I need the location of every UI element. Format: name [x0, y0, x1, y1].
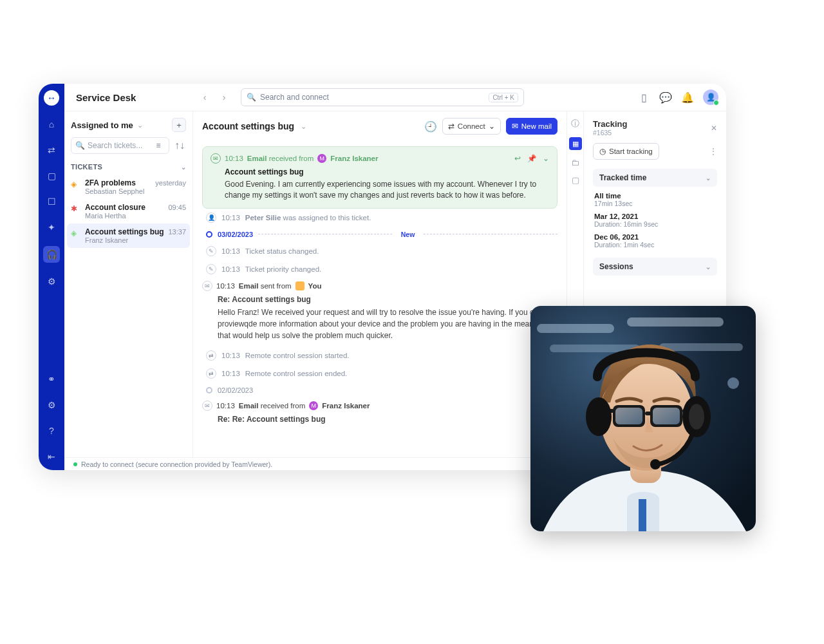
- ticket-item[interactable]: ✱ Account closure09:45 Maria Hertha: [64, 199, 192, 223]
- priority-icon: ✱: [71, 204, 80, 213]
- timeline-event: ✎ 10:13 Ticket priority changed.: [202, 260, 557, 278]
- metric-value: Duration: 16min 9sec: [594, 220, 716, 228]
- rail-workflow-icon[interactable]: ✦: [44, 220, 59, 234]
- user-icon: 👤: [206, 213, 216, 223]
- nav-forward-icon[interactable]: ›: [216, 90, 232, 105]
- note-icon[interactable]: ▢: [572, 175, 579, 185]
- global-search[interactable]: 🔍 Search and connect Ctrl + K: [241, 88, 524, 106]
- topbar: Service Desk ‹ › 🔍 Search and connect Ct…: [64, 84, 726, 111]
- label-rest: sent from: [261, 282, 292, 290]
- tickets-section-toggle[interactable]: TICKETS ⌄: [64, 159, 192, 175]
- msg-body: Hello Franz! We received your request an…: [218, 307, 557, 341]
- rail-collapse-icon[interactable]: ⇤: [44, 450, 59, 464]
- mail-icon: ✉: [211, 153, 221, 164]
- sort-icon[interactable]: ↑↓: [173, 139, 186, 152]
- rail-devices-icon[interactable]: ▢: [44, 169, 59, 183]
- chevron-down-icon: ⌄: [706, 263, 711, 270]
- folder-icon[interactable]: 🗀: [571, 158, 579, 167]
- session-icon: ⇄: [206, 368, 216, 379]
- rail-home-icon[interactable]: ⌂: [44, 117, 59, 131]
- rail-help-icon[interactable]: ?: [44, 424, 59, 438]
- nav-back-icon[interactable]: ‹: [197, 90, 212, 105]
- ticket-sidebar: Assigned to me ⌄ + 🔍 Search tickets... ≡…: [64, 111, 193, 470]
- mail-icon: ✉: [512, 122, 518, 131]
- label-email: Email: [247, 155, 267, 162]
- rail-gear-icon[interactable]: ⚙: [44, 398, 59, 412]
- ev-time: 10:13: [221, 247, 240, 255]
- stats-icon[interactable]: ▦: [569, 137, 582, 150]
- ticket-requester: Maria Hertha: [85, 212, 186, 220]
- chevron-down-icon[interactable]: ⌄: [543, 154, 549, 163]
- msg-body: Good Evening. I am currently experiencin…: [225, 179, 549, 202]
- sep-dot-icon: [206, 387, 212, 393]
- label-rest: received from: [261, 402, 306, 410]
- tracked-time-toggle[interactable]: Tracked time ⌄: [593, 169, 717, 187]
- info-icon[interactable]: ⓘ: [571, 118, 579, 129]
- ticket-search[interactable]: 🔍 Search tickets... ≡: [71, 137, 169, 154]
- close-icon[interactable]: ✕: [711, 124, 717, 133]
- rail-settings-icon[interactable]: ⚙: [44, 274, 59, 289]
- ticket-time: 13:37: [168, 228, 186, 236]
- filter-label: Assigned to me: [71, 120, 133, 130]
- timeline-date-separator: 02/02/2023: [202, 383, 557, 398]
- ticket-item-active[interactable]: ◈ Account settings bug13:37 Franz Iskane…: [67, 223, 190, 248]
- sidebar-filter[interactable]: Assigned to me ⌄ +: [64, 111, 192, 137]
- tracking-id: #1635: [593, 129, 627, 137]
- chat-icon[interactable]: 💬: [659, 91, 672, 104]
- avatar-chip: [295, 281, 304, 290]
- chevron-down-icon[interactable]: ⌄: [301, 122, 306, 131]
- pin-icon[interactable]: 📌: [527, 154, 536, 163]
- ticket-item[interactable]: ◈ 2FA problemsyesterday Sebastian Sepphe…: [64, 175, 192, 199]
- msg-from: Franz Iskaner: [322, 402, 370, 410]
- avatar-chip: M: [309, 401, 318, 410]
- new-mail-button[interactable]: ✉New mail: [506, 118, 557, 135]
- kebab-icon[interactable]: ⋮: [709, 147, 717, 156]
- ticket-title: Account settings bug: [85, 227, 164, 236]
- search-shortcut: Ctrl + K: [489, 93, 518, 102]
- outgoing-email[interactable]: ✉ 10:13 Email sent from You Re: Account …: [202, 278, 557, 346]
- msg-time: 10:13: [216, 282, 235, 290]
- rail-transfer-icon[interactable]: ⇄: [44, 143, 59, 157]
- svg-point-19: [689, 404, 704, 430]
- incoming-email[interactable]: ✉ 10:13 Email received from M Franz Iska…: [202, 146, 557, 209]
- rail-inbox-icon[interactable]: ☐: [44, 194, 59, 209]
- label-email: Email: [239, 402, 259, 410]
- search-icon: 🔍: [75, 141, 85, 150]
- status-dot-icon: [73, 462, 77, 466]
- sep-new-badge: New: [397, 231, 419, 238]
- reply-icon[interactable]: ↩: [514, 154, 521, 163]
- incoming-email[interactable]: ✉ 10:13 Email received from M Franz Iska…: [202, 398, 557, 431]
- clock-icon[interactable]: 🕘: [424, 120, 437, 133]
- start-tracking-button[interactable]: ◷ Start tracking: [593, 143, 659, 160]
- mail-icon: ✉: [202, 281, 212, 291]
- timeline-event: ✎ 10:13 Ticket status changed.: [202, 242, 557, 260]
- svg-point-17: [586, 397, 612, 436]
- nav-rail: ↔ ⌂ ⇄ ▢ ☐ ✦ 🎧 ⚙ ⚭ ⚙ ? ⇤: [39, 84, 64, 470]
- sessions-toggle[interactable]: Sessions ⌄: [593, 258, 717, 276]
- rail-servicedesk-icon[interactable]: 🎧: [43, 246, 60, 263]
- label-rest: received from: [269, 155, 314, 162]
- ev-text: Remote control session ended.: [245, 370, 348, 377]
- topbar-right: ▯ 💬 🔔 👤: [637, 90, 718, 105]
- connect-label: Connect: [458, 122, 485, 130]
- filter-icon[interactable]: ≡: [152, 139, 165, 152]
- rail-users-icon[interactable]: ⚭: [44, 372, 59, 386]
- metric-value: Duration: 1min 4sec: [594, 241, 716, 249]
- ticket-search-placeholder: Search tickets...: [88, 141, 142, 150]
- svg-rect-16: [653, 408, 680, 424]
- connect-button[interactable]: ⇄Connect⌄: [442, 118, 501, 135]
- start-tracking-label: Start tracking: [609, 147, 653, 155]
- metric-label: Dec 06, 2021: [594, 233, 716, 241]
- bell-icon[interactable]: 🔔: [681, 91, 694, 104]
- ev-time: 10:13: [221, 352, 240, 359]
- msg-from: Franz Iskaner: [330, 155, 378, 162]
- ticket-time: yesterday: [155, 179, 186, 187]
- add-ticket-button[interactable]: +: [172, 118, 186, 132]
- svg-rect-12: [645, 412, 651, 415]
- chevron-down-icon: ⌄: [489, 122, 495, 131]
- user-avatar[interactable]: 👤: [703, 90, 718, 105]
- clock-icon: ◷: [599, 147, 606, 156]
- timeline-event: 👤 10:13 Peter Silie was assigned to this…: [202, 209, 557, 227]
- device-icon[interactable]: ▯: [637, 91, 650, 104]
- ticket-title: 2FA problems: [85, 178, 136, 187]
